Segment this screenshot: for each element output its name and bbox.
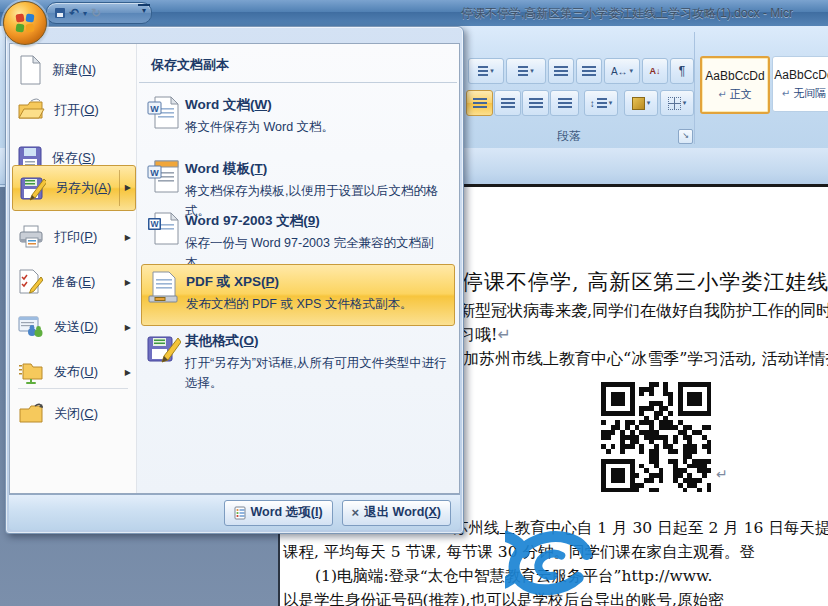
doc-line: 加苏州市线上教育中心“冰雪季”学习活动, 活动详情扫描二 <box>463 349 828 370</box>
word-application-window: 停课不停学,高新区第三小学娄江娃线上学习攻略(1).docx - Micr ↶ … <box>0 0 828 606</box>
publish-icon <box>17 359 45 385</box>
exit-word-button[interactable]: × 退出 Word(X) <box>342 500 451 526</box>
character-scaling-button[interactable]: A↔▾ <box>604 58 640 84</box>
borders-button[interactable]: ▾ <box>660 90 694 116</box>
align-left-button[interactable] <box>466 90 493 116</box>
sort-icon: A↓ <box>650 66 661 76</box>
paragraph-group-label: 段落 <box>463 128 675 145</box>
shading-button[interactable]: ▾ <box>624 90 658 116</box>
lines-icon <box>597 98 607 109</box>
window-title: 停课不停学,高新区第三小学娄江娃线上学习攻略(1).docx - Micr <box>461 5 793 22</box>
prepare-icon <box>17 269 43 295</box>
submenu-item-word-document[interactable]: W Word 文档(W) 将文件保存为 Word 文档。 <box>141 96 455 152</box>
page-left-edge <box>278 532 280 606</box>
align-right-button[interactable] <box>522 90 549 116</box>
multilevel-list-icon <box>518 66 528 77</box>
submenu-item-word-97-2003[interactable]: W Word 97-2003 文档(9) 保存一份与 Word 97-2003 … <box>141 212 455 264</box>
svg-text:W: W <box>150 104 159 114</box>
doc-line: 新型冠状病毒来袭,同学们在做好自我防护工作的同时,可以 <box>459 301 828 322</box>
office-menu-left-pane: 新建(N) 打开(O) 保存(S) 另存为(A) ▶ 打印( <box>10 44 137 493</box>
pilcrow-icon: ¶ <box>679 64 685 78</box>
qr-code-image <box>600 381 714 495</box>
align-right-icon <box>529 98 543 109</box>
decrease-indent-icon <box>554 66 568 77</box>
paragraph-mark-icon: ↵ <box>716 466 728 482</box>
new-document-icon <box>17 55 43 85</box>
paragraph-dialog-launcher[interactable]: ↘ <box>678 129 693 144</box>
submenu-arrow-icon: ▶ <box>119 170 131 206</box>
office-logo-icon <box>14 12 36 34</box>
align-center-button[interactable] <box>494 90 521 116</box>
menu-item-prepare[interactable]: 准备(E) ▶ <box>10 261 136 303</box>
printer-icon <box>17 224 45 250</box>
word-options-icon <box>234 506 246 520</box>
submenu-arrow-icon: ▶ <box>125 278 131 287</box>
justify-icon <box>558 98 572 109</box>
style-sample: AaBbCcDd <box>774 68 828 82</box>
word-options-button[interactable]: Word 选项(I) <box>224 500 333 526</box>
dropdown-icon: ▾ <box>683 99 687 107</box>
multilevel-list-button[interactable]: ▾ <box>506 58 546 84</box>
save-as-icon <box>20 175 46 201</box>
submenu-separator <box>139 82 457 83</box>
office-button[interactable] <box>3 1 47 45</box>
menu-item-new[interactable]: 新建(N) <box>10 49 136 91</box>
style-no-spacing[interactable]: AaBbCcDd ↵ 无间隔 <box>772 56 828 112</box>
numbered-list-icon <box>478 66 488 77</box>
sort-button[interactable]: A↓ <box>642 58 668 84</box>
customize-qat-icon[interactable]: ▾ <box>138 4 150 20</box>
close-folder-icon <box>17 401 45 427</box>
style-name: 正文 <box>730 88 752 100</box>
office-menu-body: 新建(N) 打开(O) 保存(S) 另存为(A) ▶ 打印( <box>9 43 460 494</box>
word-template-icon: W <box>147 160 181 196</box>
submenu-arrow-icon: ▶ <box>125 233 131 242</box>
style-normal[interactable]: AaBbCcDd ↵ 正文 <box>700 56 770 114</box>
svg-text:W: W <box>150 168 159 178</box>
dropdown-icon: ▾ <box>630 67 634 75</box>
save-icon[interactable] <box>55 8 65 18</box>
undo-icon[interactable]: ↶ <box>69 7 79 19</box>
save-as-submenu: 保存文档副本 W Word 文档(W) 将文件保存为 Word 文档。 W Wo… <box>137 44 459 493</box>
paragraph-mark-icon: ↵ <box>497 325 510 344</box>
align-center-icon <box>501 98 515 109</box>
line-spacing-button[interactable]: ↕▾ <box>584 90 618 116</box>
menu-item-send[interactable]: 发送(D) ▶ <box>10 306 136 348</box>
justify-button[interactable] <box>550 90 579 116</box>
doc-line: 以是学生身份证号码(推荐),也可以是学校后台导出的账号,原始密 <box>283 590 723 606</box>
align-left-icon <box>473 98 487 109</box>
dropdown-icon: ▾ <box>609 99 613 107</box>
menu-item-open[interactable]: 打开(O) <box>10 89 136 131</box>
paragraph-mark-icon: ↵ <box>718 89 726 100</box>
style-sample: AaBbCcDd <box>705 69 764 83</box>
menu-separator <box>18 388 128 389</box>
submenu-item-pdf-xps[interactable]: PDF 或 XPS(P) 发布文档的 PDF 或 XPS 文件格式副本。 <box>141 264 455 326</box>
redo-icon[interactable]: ↻ <box>91 7 101 19</box>
office-menu-footer: Word 选项(I) × 退出 Word(X) <box>9 494 460 530</box>
doc-line: 习哦!↵ <box>459 325 511 346</box>
exit-icon: × <box>352 505 360 520</box>
decrease-indent-button[interactable] <box>548 58 574 84</box>
menu-item-print[interactable]: 打印(P) ▶ <box>10 216 136 258</box>
show-marks-button[interactable]: ¶ <box>670 58 694 84</box>
numbered-list-button[interactable]: ▾ <box>468 58 504 84</box>
menu-item-save-as[interactable]: 另存为(A) ▶ <box>12 165 136 211</box>
submenu-item-other-formats[interactable]: 其他格式(O) 打开“另存为”对话框,从所有可用文件类型中进行选择。 <box>141 332 455 402</box>
group-separator <box>694 32 695 144</box>
submenu-arrow-icon: ▶ <box>125 368 131 377</box>
menu-item-close[interactable]: 关闭(C) <box>10 393 136 435</box>
watermark-logo <box>505 528 597 606</box>
increase-indent-button[interactable] <box>576 58 602 84</box>
doc-line: 2.苏州线上教育中心自 1 月 30 日起至 2 月 16 日每天提供小学一至 <box>438 518 828 539</box>
other-formats-icon <box>147 332 181 366</box>
dropdown-icon: ▾ <box>647 99 651 107</box>
svg-text:W: W <box>150 219 159 229</box>
menu-item-publish[interactable]: 发布(U) ▶ <box>10 351 136 393</box>
style-name: 无间隔 <box>793 87 826 99</box>
pdf-xps-icon <box>147 271 181 307</box>
quick-access-toolbar: ↶ ▾ ↻ <box>46 2 152 24</box>
paragraph-mark-icon: ↵ <box>782 88 790 99</box>
undo-dropdown-icon[interactable]: ▾ <box>83 9 87 18</box>
submenu-header: 保存文档副本 <box>151 56 229 74</box>
word-document-icon: W <box>147 96 181 132</box>
character-scaling-icon: A↔ <box>611 66 628 77</box>
